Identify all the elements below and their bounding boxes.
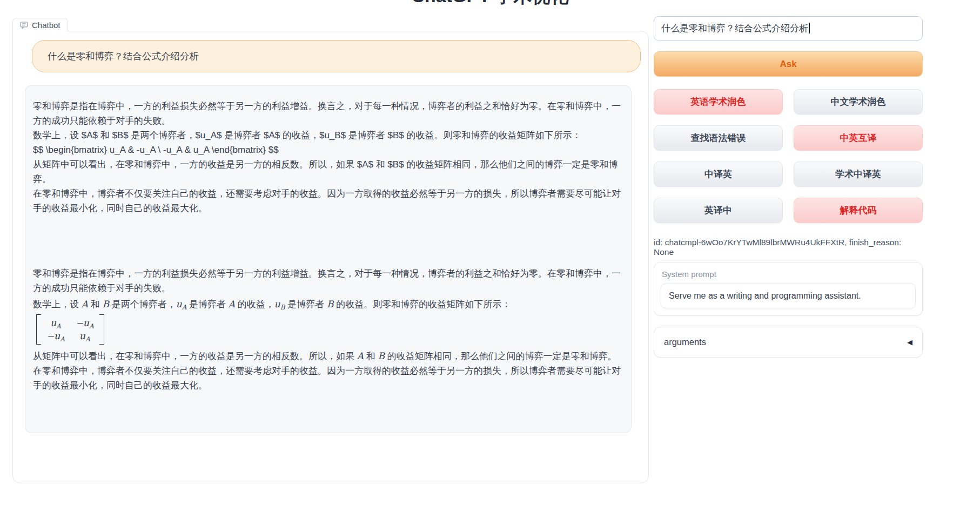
matrix-entries: uA−uA−uAuA: [41, 314, 99, 345]
user-message: 什么是零和博弈？结合公式介绍分析: [32, 40, 641, 72]
raw-paragraph: 数学上，设 $A$ 和 $B$ 是两个博弈者，$u_A$ 是博弈者 $A$ 的收…: [33, 128, 623, 143]
rendered-paragraph: 在零和博弈中，博弈者不仅要关注自己的收益，还需要考虑对手的收益。因为一方取得的收…: [33, 363, 623, 393]
system-prompt-label: System prompt: [662, 269, 916, 279]
english-academic-polish-button[interactable]: 英语学术润色: [654, 89, 783, 114]
rendered-paragraph: 从矩阵中可以看出，在零和博弈中，一方的收益是另一方的相反数。所以，如果 A 和 …: [33, 349, 623, 363]
zh-to-en-button[interactable]: 中译英: [654, 161, 783, 187]
chatbot-messages[interactable]: 什么是零和博弈？结合公式介绍分析 零和博弈是指在博弈中，一方的利益损失必然等于另…: [12, 31, 649, 483]
bot-rendered-markdown: 零和博弈是指在博弈中，一方的利益损失必然等于另一方的利益增益。换言之，对于每一种…: [33, 266, 623, 393]
collapse-arrow-icon: ◀: [907, 338, 912, 346]
chatbot-label: Chatbot: [12, 18, 68, 31]
page-title: ChatGPT 学术优化: [412, 0, 569, 9]
payoff-matrix: uA−uA−uAuA: [36, 314, 104, 345]
status-line: id: chatcmpl-6wOo7KrYTwMl89lbrMWRu4UkFFX…: [654, 238, 923, 250]
quick-action-grid: 英语学术润色中文学术润色查找语法错误中英互译中译英学术中译英英译中解释代码: [654, 89, 923, 223]
question-input-value: 什么是零和博弈？结合公式介绍分析: [661, 23, 808, 33]
accordion-label: arguments: [664, 337, 706, 347]
academic-zh-to-en-button[interactable]: 学术中译英: [794, 161, 923, 187]
control-column: 什么是零和博弈？结合公式介绍分析 Ask 英语学术润色中文学术润色查找语法错误中…: [654, 16, 923, 358]
raw-paragraph: 从矩阵中可以看出，在零和博弈中，一方的收益是另一方的相反数。所以，如果 $A$ …: [33, 157, 623, 186]
bot-raw-markdown: 零和博弈是指在博弈中，一方的利益损失必然等于另一方的利益增益。换言之，对于每一种…: [33, 99, 623, 215]
raw-paragraph: 零和博弈是指在博弈中，一方的利益损失必然等于另一方的利益增益。换言之，对于每一种…: [33, 99, 623, 128]
ask-button[interactable]: Ask: [654, 51, 923, 77]
zh-en-mutual-translate-button[interactable]: 中英互译: [794, 125, 923, 151]
chinese-academic-polish-button[interactable]: 中文学术润色: [794, 89, 923, 114]
matrix-left-bracket: [36, 314, 41, 345]
text-caret: [809, 23, 810, 33]
matrix-right-bracket: [99, 314, 104, 345]
bot-message: 零和博弈是指在博弈中，一方的利益损失必然等于另一方的利益增益。换言之，对于每一种…: [25, 85, 632, 433]
en-to-zh-button[interactable]: 英译中: [654, 198, 783, 223]
system-prompt-input[interactable]: Serve me as a writing and programming as…: [661, 284, 916, 308]
raw-paragraph: $$ \begin{bmatrix} u_A & -u_A \ -u_A & u…: [33, 143, 623, 157]
explain-code-button[interactable]: 解释代码: [794, 198, 923, 223]
chat-bubble-icon: [20, 21, 28, 29]
system-prompt-box: System prompt Serve me as a writing and …: [654, 262, 923, 316]
app: ChatGPT 学术优化 Chatbot 什么是零和博弈？结合公式介绍分析 零和…: [0, 0, 980, 519]
raw-paragraph: 在零和博弈中，博弈者不仅要关注自己的收益，还需要考虑对手的收益。因为一方取得的收…: [33, 186, 623, 215]
message-gap: [33, 215, 623, 266]
question-input[interactable]: 什么是零和博弈？结合公式介绍分析: [654, 16, 923, 41]
rendered-paragraph: 零和博弈是指在博弈中，一方的利益损失必然等于另一方的利益增益。换言之，对于每一种…: [33, 266, 623, 295]
find-grammar-errors-button[interactable]: 查找语法错误: [654, 125, 783, 151]
arguments-accordion[interactable]: arguments ◀: [654, 327, 923, 358]
chatbot-label-text: Chatbot: [32, 21, 61, 30]
rendered-math-line: 数学上，设 A 和 B 是两个博弈者，uA 是博弈者 A 的收益，uB 是博弈者…: [33, 295, 623, 313]
